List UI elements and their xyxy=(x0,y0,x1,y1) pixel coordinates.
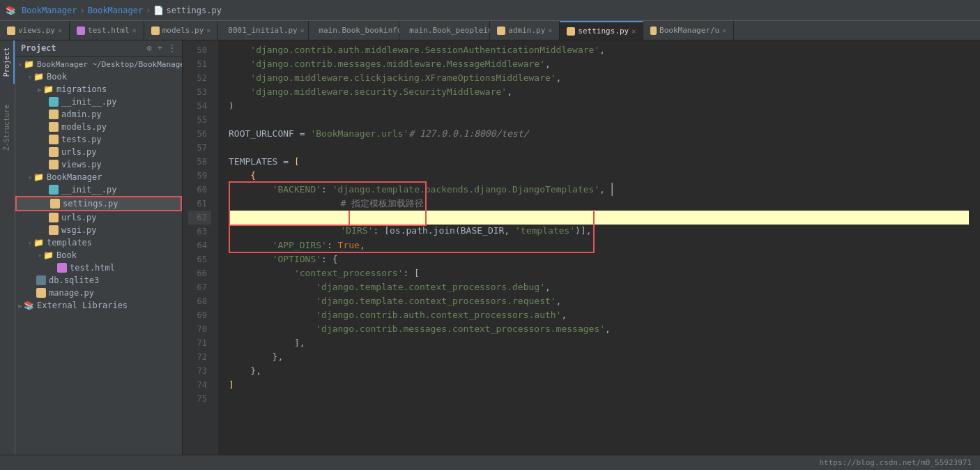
project-panel-btn[interactable]: Project xyxy=(0,40,15,84)
tab-migration[interactable]: 0001_initial.py ✕ xyxy=(218,21,309,40)
tree-label-admin: admin.py xyxy=(61,109,102,119)
ln-59: 59 xyxy=(188,169,211,183)
close-models[interactable]: ✕ xyxy=(206,26,210,34)
code-line-69: 'django.contrib.auth.context_processors.… xyxy=(229,308,969,322)
tree-item-bm-urls[interactable]: urls.py xyxy=(15,211,182,224)
code-line-56: ROOT_URLCONF = 'BookManager.urls'# 127.0… xyxy=(229,127,969,141)
code-line-57 xyxy=(229,141,969,155)
breadcrumb-root[interactable]: BookManager xyxy=(22,6,77,15)
ln-56: 56 xyxy=(188,127,211,141)
expand-bookmanager[interactable]: ▾ xyxy=(28,174,32,181)
tab-icon-testhtml xyxy=(77,26,85,35)
tree-item-test-html[interactable]: test.html xyxy=(15,261,182,274)
ln-60: 60 xyxy=(188,183,211,197)
close-testhtml[interactable]: ✕ xyxy=(132,26,137,34)
ln-57: 57 xyxy=(188,141,211,155)
tab-mainbook[interactable]: main.Book_bookinfo ✕ xyxy=(309,21,399,40)
ln-66: 66 xyxy=(188,266,211,280)
expand-extlibs[interactable]: ▶ xyxy=(18,302,22,310)
tab-bar: views.py ✕ test.html ✕ models.py ✕ 0001_… xyxy=(0,21,980,40)
tab-views[interactable]: views.py ✕ xyxy=(0,21,70,40)
file-icon-admin xyxy=(49,109,59,119)
file-icon-wsgi xyxy=(49,225,59,235)
file-icon-manage xyxy=(36,288,46,298)
tree-label-models: models.py xyxy=(61,122,107,132)
close-admin[interactable]: ✕ xyxy=(548,26,552,34)
tab-settings[interactable]: settings.py ✕ xyxy=(560,21,643,40)
line-numbers: 50 51 52 53 54 55 56 57 58 59 60 61 62 6… xyxy=(183,40,217,455)
expand-templates[interactable]: ▾ xyxy=(28,239,32,247)
tree-add-icon[interactable]: + xyxy=(158,43,162,53)
code-line-50: 'django.contrib.auth.middleware.SessionA… xyxy=(229,43,969,57)
code-line-71: ], xyxy=(229,336,969,350)
tab-testhtml[interactable]: test.html ✕ xyxy=(70,21,144,40)
tree-item-bookmanager[interactable]: ▾ 📁 BookManager xyxy=(15,171,182,183)
tab-mainpeople[interactable]: main.Book_peopleinfo ✕ xyxy=(399,21,490,40)
code-editor[interactable]: 50 51 52 53 54 55 56 57 58 59 60 61 62 6… xyxy=(183,40,980,455)
ln-58: 58 xyxy=(188,155,211,169)
expand-migrations[interactable]: ▶ xyxy=(38,86,42,93)
ln-53: 53 xyxy=(188,85,211,99)
structure-panel-btn[interactable]: Z-Structure xyxy=(0,98,15,158)
tree-label-templates-book: Book xyxy=(56,250,77,260)
ln-74: 74 xyxy=(188,378,211,392)
status-url: https://blog.csdn.net/m0_55923971 xyxy=(819,458,972,467)
tree-item-bm-init[interactable]: __init__.py xyxy=(15,183,182,196)
file-icon-db xyxy=(36,275,46,285)
breadcrumb-file: 📄 settings.py xyxy=(153,6,221,15)
tree-item-views[interactable]: views.py xyxy=(15,158,182,171)
tree-item-templates-book[interactable]: ▾ 📁 Book xyxy=(15,249,182,261)
tree-item-manage[interactable]: manage.py xyxy=(15,287,182,299)
expand-root[interactable]: ▾ xyxy=(18,61,22,68)
breadcrumb-sep2: › xyxy=(146,6,151,15)
tree-item-admin[interactable]: admin.py xyxy=(15,108,182,121)
tree-item-models[interactable]: models.py xyxy=(15,121,182,133)
tree-more-icon[interactable]: ⋮ xyxy=(168,43,176,53)
tab-icon-bookmanageru xyxy=(650,26,657,35)
expand-templates-book[interactable]: ▾ xyxy=(38,252,42,259)
close-views[interactable]: ✕ xyxy=(58,26,62,34)
tree-item-root[interactable]: ▾ 📁 BookManager ~/Desktop/BookManager xyxy=(15,58,182,70)
breadcrumb-mid[interactable]: BookManager xyxy=(88,6,143,15)
close-bookmanageru[interactable]: ✕ xyxy=(722,26,726,34)
code-line-74: ] xyxy=(229,378,969,392)
ln-63: 63 xyxy=(188,225,211,238)
tree-label-templates: templates xyxy=(47,238,92,248)
code-content[interactable]: 'django.contrib.auth.middleware.SessionA… xyxy=(217,40,980,455)
folder-icon-migrations: 📁 xyxy=(43,84,54,94)
ln-70: 70 xyxy=(188,322,211,336)
tree-item-init[interactable]: __init__.py xyxy=(15,96,182,108)
code-line-51: 'django.contrib.messages.middleware.Mess… xyxy=(229,57,969,71)
tree-label-migrations: migrations xyxy=(56,84,107,94)
tree-item-book[interactable]: ▾ 📁 Book xyxy=(15,70,182,83)
close-migration[interactable]: ✕ xyxy=(300,26,305,34)
ln-65: 65 xyxy=(188,252,211,266)
expand-book[interactable]: ▾ xyxy=(28,73,32,81)
code-line-52: 'django.middleware.clickjacking.XFrameOp… xyxy=(229,71,969,85)
tree-title: Project xyxy=(21,43,144,53)
ln-68: 68 xyxy=(188,294,211,308)
tab-models[interactable]: models.py ✕ xyxy=(144,21,219,40)
code-line-73: }, xyxy=(229,364,969,378)
tree-item-templates[interactable]: ▾ 📁 templates xyxy=(15,236,182,249)
ln-72: 72 xyxy=(188,350,211,364)
tree-item-extlibs[interactable]: ▶ 📚 External Libraries xyxy=(15,299,182,312)
close-settings[interactable]: ✕ xyxy=(631,27,636,35)
tree-item-migrations[interactable]: ▶ 📁 migrations xyxy=(15,83,182,96)
folder-icon-root: 📁 xyxy=(24,59,34,69)
tree-label-book: Book xyxy=(47,72,67,82)
tree-item-wsgi[interactable]: wsgi.py xyxy=(15,224,182,236)
tree-item-tests[interactable]: tests.py xyxy=(15,133,182,146)
code-line-66: 'context_processors': [ xyxy=(229,266,969,280)
file-icon-tests xyxy=(49,135,59,144)
tree-item-db[interactable]: db.sqlite3 xyxy=(15,274,182,287)
top-bar: 📚 BookManager › BookManager › 📄 settings… xyxy=(0,0,980,21)
code-area: 50 51 52 53 54 55 56 57 58 59 60 61 62 6… xyxy=(183,40,980,455)
tab-bookmanageru[interactable]: BookManager/u ✕ xyxy=(643,21,734,40)
file-icon-settings xyxy=(50,199,60,209)
tree-settings-icon[interactable]: ⚙ xyxy=(147,43,152,53)
tree-item-settings[interactable]: settings.py xyxy=(15,196,182,211)
tab-admin[interactable]: admin.py ✕ xyxy=(490,21,560,40)
file-icon-urls xyxy=(49,147,59,157)
tree-item-urls[interactable]: urls.py xyxy=(15,146,182,158)
